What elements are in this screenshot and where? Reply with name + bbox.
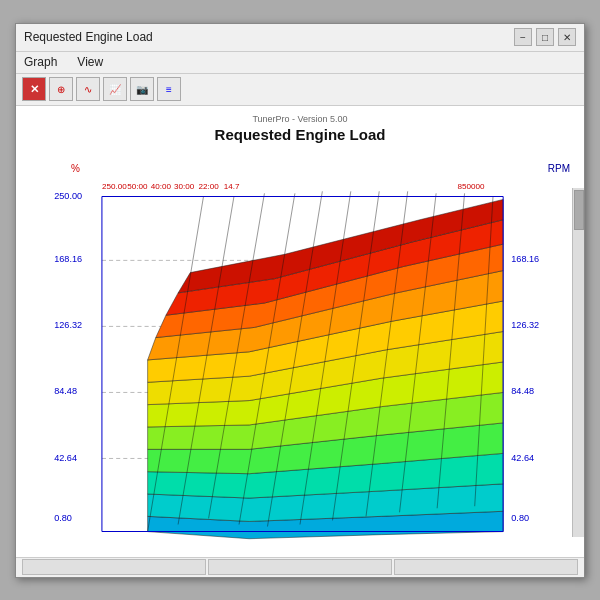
- toolbar-camera-btn[interactable]: 📷: [130, 77, 154, 101]
- svg-text:250.00: 250.00: [102, 182, 127, 191]
- menu-view[interactable]: View: [73, 53, 107, 71]
- svg-text:850000: 850000: [457, 182, 485, 191]
- toolbar: ✕ ⊕ ∿ 📈 📷 ≡: [16, 74, 584, 106]
- toolbar-close-btn[interactable]: ✕: [22, 77, 46, 101]
- svg-text:84.48: 84.48: [511, 386, 534, 396]
- svg-text:84.48: 84.48: [54, 386, 77, 396]
- surface-chart: 250.00 168.16 126.32 84.48 42.64 0.80 16…: [16, 171, 584, 557]
- svg-text:42.64: 42.64: [54, 452, 77, 462]
- svg-text:14.7: 14.7: [224, 182, 240, 191]
- toolbar-wave-btn[interactable]: ∿: [76, 77, 100, 101]
- minimize-button[interactable]: −: [514, 28, 532, 46]
- svg-text:22:00: 22:00: [198, 182, 219, 191]
- svg-text:50:00: 50:00: [127, 182, 148, 191]
- menu-graph[interactable]: Graph: [20, 53, 61, 71]
- toolbar-crosshair-btn[interactable]: ⊕: [49, 77, 73, 101]
- menu-bar: Graph View: [16, 52, 584, 74]
- scrollbar-right[interactable]: [572, 188, 584, 537]
- chart-title-area: TunerPro - Version 5.00 Requested Engine…: [16, 114, 584, 143]
- toolbar-table-btn[interactable]: ≡: [157, 77, 181, 101]
- chart-title: Requested Engine Load: [16, 126, 584, 143]
- title-bar: Requested Engine Load − □ ✕: [16, 24, 584, 52]
- desktop: Requested Engine Load − □ ✕ Graph View ✕…: [0, 0, 600, 600]
- status-segment-2: [208, 559, 392, 575]
- svg-text:30:00: 30:00: [174, 182, 195, 191]
- chart-area: TunerPro - Version 5.00 Requested Engine…: [16, 106, 584, 557]
- scrollbar-thumb[interactable]: [574, 190, 584, 230]
- toolbar-chart-btn[interactable]: 📈: [103, 77, 127, 101]
- main-window: Requested Engine Load − □ ✕ Graph View ✕…: [15, 23, 585, 578]
- svg-text:42.64: 42.64: [511, 452, 534, 462]
- title-bar-controls: − □ ✕: [514, 28, 576, 46]
- maximize-button[interactable]: □: [536, 28, 554, 46]
- tunerpro-version: TunerPro - Version 5.00: [16, 114, 584, 124]
- svg-text:126.32: 126.32: [511, 320, 539, 330]
- close-button[interactable]: ✕: [558, 28, 576, 46]
- svg-text:168.16: 168.16: [54, 254, 82, 264]
- window-title: Requested Engine Load: [24, 30, 514, 44]
- status-segment-1: [22, 559, 206, 575]
- status-bar: [16, 557, 584, 577]
- svg-text:0.80: 0.80: [511, 513, 529, 523]
- status-segment-3: [394, 559, 578, 575]
- svg-text:0.80: 0.80: [54, 513, 72, 523]
- svg-text:250.00: 250.00: [54, 191, 82, 201]
- svg-text:40:00: 40:00: [151, 182, 172, 191]
- svg-text:168.16: 168.16: [511, 254, 539, 264]
- svg-text:126.32: 126.32: [54, 320, 82, 330]
